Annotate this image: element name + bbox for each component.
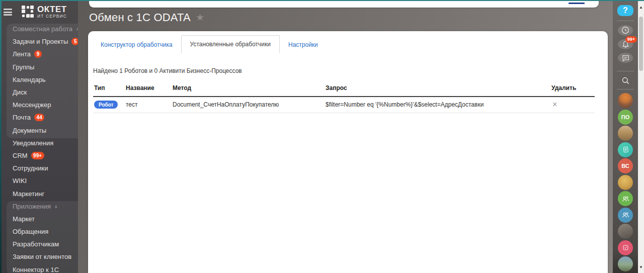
window-frame-left <box>0 0 2 273</box>
people-icon-avatar[interactable] <box>618 191 633 206</box>
window-frame-top <box>0 0 644 1</box>
user-avatar-photo[interactable] <box>618 224 633 239</box>
column-header-name: Название <box>125 81 172 97</box>
left-sidebar: ОКТЕТ ИТ СЕРВИС Совместная работа ∧ Зада… <box>2 1 78 273</box>
top-bar <box>89 0 599 8</box>
top-bar-indicator <box>569 3 585 4</box>
crm-count-badge: 99+ <box>31 152 44 159</box>
robot-type-badge: Робот <box>94 101 118 109</box>
sidebar-item-marketing[interactable]: Маркетинг <box>2 187 78 200</box>
sidebar-item-tasks[interactable]: Задачи и Проекты 5 <box>2 35 78 48</box>
notifications-count-badge: 99+ <box>625 36 637 43</box>
content-panel: Конструктор обработчика Установленные об… <box>88 31 608 273</box>
sidebar-item-disk[interactable]: Диск <box>2 86 78 99</box>
sidebar-item-wiki[interactable]: WIKI <box>2 174 78 187</box>
column-header-query: Запрос <box>325 81 550 97</box>
sidebar-section-apps[interactable]: Приложения ∧ <box>2 200 78 213</box>
search-icon[interactable] <box>618 76 633 85</box>
column-header-method: Метод <box>172 81 325 97</box>
table-header-row: Тип Название Метод Запрос Удалить <box>93 81 595 97</box>
worktime-clock-icon[interactable] <box>618 25 633 35</box>
user-avatar-photo[interactable] <box>618 93 633 108</box>
cell-name: тест <box>125 97 172 113</box>
cell-method: Document_СчетНаОплатуПокупателю <box>172 97 325 113</box>
group-avatar-photo[interactable] <box>618 126 633 141</box>
feed-count-badge: 9 <box>34 50 42 58</box>
check-square-icon-avatar[interactable] <box>618 240 633 255</box>
user-avatar-photo[interactable] <box>618 256 633 271</box>
divider <box>617 71 634 71</box>
document-icon-avatar[interactable] <box>618 142 633 157</box>
cell-type: Робот <box>93 97 125 113</box>
right-rail: ? 99+ ПО ВС <box>613 1 638 273</box>
messenger-chat-icon[interactable] <box>618 53 633 63</box>
sidebar-item-calendar[interactable]: Календарь <box>2 73 78 86</box>
handlers-table: Тип Название Метод Запрос Удалить Робот … <box>93 81 595 113</box>
chevron-up-icon: ∧ <box>54 204 58 209</box>
results-summary: Найдено 1 Роботов и 0 Активити Бизнесс-П… <box>93 67 608 74</box>
sidebar-item-developers[interactable]: Разработчикам <box>2 238 78 250</box>
delete-row-button[interactable]: × <box>551 101 558 108</box>
user-avatar-initials[interactable]: ПО <box>618 110 633 125</box>
avatar-stack: ПО ВС <box>618 93 633 273</box>
tasks-count-badge: 5 <box>71 38 78 45</box>
logo-text: ОКТЕТ ИТ СЕРВИС <box>37 5 67 19</box>
main-area: Обмен с 1С ODATA ★ Конструктор обработчи… <box>78 1 613 273</box>
table-row: Робот тест Document_СчетНаОплатуПокупате… <box>93 97 595 113</box>
company-logo[interactable]: ОКТЕТ ИТ СЕРВИС <box>22 5 67 19</box>
column-header-type: Тип <box>93 81 125 97</box>
logo-name: ОКТЕТ <box>37 5 67 14</box>
user-avatar-initials[interactable]: ВС <box>618 158 633 173</box>
divider <box>617 21 634 21</box>
sidebar-menu: Совместная работа ∧ Задачи и Проекты 5 Л… <box>2 23 78 273</box>
divider <box>617 89 634 89</box>
logo-tagline: ИТ СЕРВИС <box>37 14 67 19</box>
tab-settings[interactable]: Настройки <box>280 37 327 53</box>
scroll-down-arrow[interactable]: ▼ <box>638 265 644 269</box>
sidebar-item-crm[interactable]: CRM 99+ <box>2 149 78 162</box>
sidebar-item-mail[interactable]: Почта 44 <box>2 111 78 124</box>
logo-grid-icon <box>22 6 34 19</box>
cell-delete: × <box>550 97 595 113</box>
scrollbar-thumb[interactable] <box>639 17 643 71</box>
cell-query: $filter=Number eq '{%Number%}'&$select=А… <box>325 97 550 113</box>
hamburger-menu-icon[interactable] <box>4 9 12 16</box>
notifications-bell-icon[interactable]: 99+ <box>618 39 633 49</box>
column-header-delete: Удалить <box>550 81 595 97</box>
sidebar-item-employees[interactable]: Сотрудники <box>2 162 78 174</box>
scroll-up-arrow[interactable]: ▲ <box>638 5 644 10</box>
help-button[interactable]: ? <box>617 5 633 16</box>
tab-handler-constructor[interactable]: Конструктор обработчика <box>92 37 181 53</box>
sidebar-item-notifications[interactable]: Уведомления <box>2 137 78 149</box>
page-title: Обмен с 1С ODATA <box>89 11 191 24</box>
tab-bar: Конструктор обработчика Установленные об… <box>92 35 608 53</box>
sidebar-item-1c-connector[interactable]: Коннектор к 1С <box>2 263 78 273</box>
sidebar-item-market[interactable]: Маркет <box>2 213 78 225</box>
sidebar-item-groups[interactable]: Группы <box>2 61 78 73</box>
sidebar-item-documents[interactable]: Документы <box>2 124 78 137</box>
people-icon-avatar[interactable] <box>618 208 633 223</box>
sidebar-item-messenger[interactable]: Мессенджер <box>2 99 78 111</box>
favorite-star-icon[interactable]: ★ <box>196 13 204 23</box>
sidebar-item-requests[interactable]: Обращения <box>2 225 78 238</box>
sidebar-section-collab[interactable]: Совместная работа ∧ <box>2 23 78 35</box>
sidebar-item-feed[interactable]: Лента 9 <box>2 48 78 60</box>
sidebar-item-client-requests[interactable]: Заявки от клиентов <box>2 250 78 263</box>
mail-count-badge: 44 <box>34 114 44 121</box>
page-scrollbar[interactable]: ▲ ▼ <box>638 1 644 273</box>
user-avatar-photo[interactable] <box>618 175 633 190</box>
tab-installed-handlers[interactable]: Установленные обработчики <box>181 35 280 53</box>
page-header: Обмен с 1С ODATA ★ <box>89 11 204 24</box>
